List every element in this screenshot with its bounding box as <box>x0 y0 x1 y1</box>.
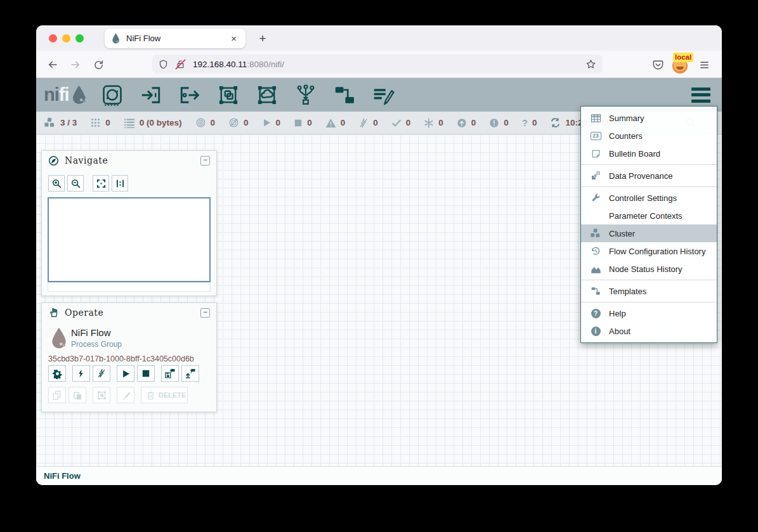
transmitting-icon <box>195 117 206 128</box>
menu-item-templates[interactable]: Templates <box>581 282 717 300</box>
locally-modified-icon <box>424 118 434 128</box>
browser-tab[interactable]: NiFi Flow × <box>105 29 245 48</box>
navigate-palette: Navigate − <box>41 150 217 296</box>
menu-item-cluster[interactable]: Cluster <box>581 224 717 242</box>
menu-item-help[interactable]: ? Help <box>581 304 717 322</box>
zoom-in-button[interactable] <box>48 175 65 191</box>
stop-button[interactable] <box>137 365 155 382</box>
back-icon[interactable] <box>45 57 60 72</box>
status-not-transmitting: 0 <box>228 117 249 128</box>
menu-item-bulletin-board[interactable]: Bulletin Board <box>581 145 717 162</box>
bookmark-star-icon[interactable] <box>585 59 596 70</box>
drag-process-group-icon[interactable] <box>216 83 240 107</box>
cluster-icon <box>589 228 602 238</box>
controller-settings-icon <box>589 193 602 203</box>
start-button[interactable] <box>117 365 134 382</box>
flow-configuration-history-icon <box>589 246 602 256</box>
menu-separator <box>581 302 717 302</box>
fill-color-button <box>117 387 134 403</box>
data-provenance-icon <box>589 171 602 181</box>
menu-item-data-provenance[interactable]: Data Provenance <box>581 167 717 185</box>
navigate-title: Navigate <box>65 155 195 165</box>
maximize-window-button[interactable] <box>75 34 84 42</box>
drag-funnel-icon[interactable] <box>294 83 318 107</box>
sync-failure-icon: ? <box>522 117 528 128</box>
tab-close-icon[interactable]: × <box>228 32 239 44</box>
browser-navbar: 192.168.40.11:8080/nifi/ local <box>36 51 722 78</box>
menu-item-summary[interactable]: Summary <box>581 109 717 127</box>
url-bar[interactable]: 192.168.40.11:8080/nifi/ <box>152 55 603 74</box>
status-running: 0 <box>262 118 281 127</box>
zoom-fit-button[interactable] <box>93 175 109 191</box>
operate-palette: Operate − NiFi Flow Process Group 35cbd3… <box>41 302 217 412</box>
status-locally-modified: 0 <box>424 118 443 128</box>
operate-header[interactable]: Operate − <box>42 303 216 322</box>
navigate-header[interactable]: Navigate − <box>42 151 216 170</box>
status-queued: 0 (0 bytes) <box>124 118 182 128</box>
process-group-drop-icon <box>49 326 69 350</box>
save-template-button[interactable] <box>161 365 179 382</box>
menu-item-node-status-history[interactable]: Node Status History <box>581 260 717 278</box>
tab-bar: NiFi Flow × + <box>36 25 722 51</box>
hand-pointer-icon <box>48 307 59 318</box>
drag-input-port-icon[interactable] <box>139 83 163 107</box>
breadcrumb[interactable]: NiFi Flow <box>44 471 81 481</box>
drag-output-port-icon[interactable] <box>178 83 202 107</box>
drag-processor-icon[interactable] <box>100 83 124 107</box>
pocket-icon[interactable] <box>650 57 665 72</box>
nifi-logo: nifi <box>44 84 88 105</box>
drag-label-icon[interactable] <box>371 83 395 107</box>
stopped-icon <box>294 119 303 127</box>
disable-button[interactable] <box>93 365 110 382</box>
drag-template-icon[interactable] <box>332 83 356 107</box>
firefox-menu-icon[interactable] <box>696 57 712 72</box>
paste-button <box>69 387 86 403</box>
global-menu: Summary 23 Counters Bulletin Board Data … <box>580 106 717 343</box>
url-host: 192.168.40.11 <box>193 60 247 69</box>
help-icon: ? <box>589 309 602 318</box>
status-transmitting: 0 <box>195 117 216 128</box>
status-active-threads: 0 <box>90 117 110 128</box>
refresh-icon[interactable] <box>550 117 561 128</box>
menu-separator <box>581 280 717 280</box>
new-tab-button[interactable]: + <box>254 30 271 47</box>
birdseye-minimap[interactable] <box>48 197 211 282</box>
menu-item-counters[interactable]: 23 Counters <box>581 127 717 145</box>
status-connected-nodes: 3 / 3 <box>44 117 77 128</box>
navigate-collapse-button[interactable]: − <box>200 156 210 165</box>
zoom-actual-size-button[interactable] <box>112 175 128 191</box>
forward-icon[interactable] <box>68 57 83 72</box>
invalid-icon <box>325 118 336 128</box>
close-window-button[interactable] <box>49 34 57 42</box>
status-stale: 0 <box>457 118 476 128</box>
zoom-out-button[interactable] <box>67 175 84 191</box>
menu-item-controller-settings[interactable]: Controller Settings <box>581 189 717 207</box>
global-menu-icon[interactable] <box>691 88 710 103</box>
container-label: local <box>673 53 693 62</box>
enable-button[interactable] <box>72 365 90 382</box>
status-invalid: 0 <box>325 118 346 128</box>
upload-template-button[interactable] <box>181 365 199 382</box>
cluster-icon <box>44 117 56 128</box>
menu-item-flow-configuration-history[interactable]: Flow Configuration History <box>581 242 717 260</box>
configure-button[interactable] <box>48 365 66 382</box>
operate-collapse-button[interactable]: − <box>200 308 210 318</box>
reload-icon[interactable] <box>91 57 106 72</box>
delete-label: DELETE <box>159 391 186 399</box>
status-sync-failure: ? 0 <box>522 117 537 128</box>
nifi-favicon <box>111 33 121 44</box>
selected-flow-type: Process Group <box>71 340 122 349</box>
node-status-history-icon <box>589 264 602 274</box>
insecure-lock-icon[interactable] <box>176 59 185 70</box>
selected-flow-name: NiFi Flow <box>71 327 111 338</box>
menu-item-about[interactable]: i About <box>581 322 717 340</box>
compass-icon <box>48 155 59 166</box>
status-up-to-date: 0 <box>391 118 411 127</box>
minimize-window-button[interactable] <box>62 34 70 42</box>
logo-text-fi: fi <box>59 84 69 105</box>
queued-icon <box>124 118 135 128</box>
drag-remote-process-group-icon[interactable] <box>255 83 279 107</box>
menu-item-parameter-contexts[interactable]: Parameter Contexts <box>581 207 717 224</box>
shield-icon[interactable] <box>159 59 168 70</box>
screenshot-stage: NiFi Flow × + 192.168.40.11:8080/nifi/ <box>0 0 758 532</box>
